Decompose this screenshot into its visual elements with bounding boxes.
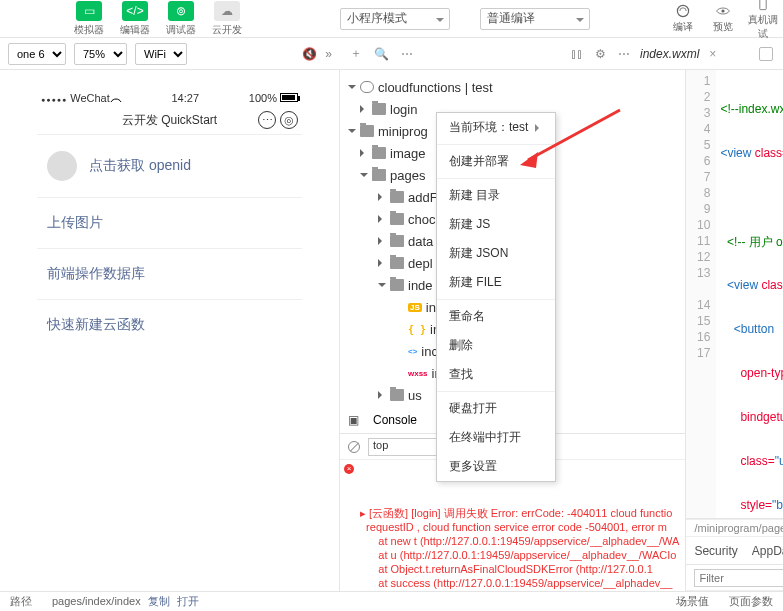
js-icon: JS bbox=[408, 303, 422, 312]
simulator-button[interactable]: ▭模拟器 bbox=[70, 1, 108, 37]
folder-icon bbox=[372, 103, 386, 115]
tab-appdata[interactable]: AppData bbox=[752, 544, 783, 558]
svg-point-1 bbox=[721, 9, 724, 12]
debugger-button[interactable]: ⊚调试器 bbox=[162, 1, 200, 37]
menu-reveal[interactable]: 硬盘打开 bbox=[437, 394, 555, 423]
json-icon: { } bbox=[408, 324, 426, 335]
page-params-label: 页面参数 bbox=[719, 594, 783, 609]
menu-more-settings[interactable]: 更多设置 bbox=[437, 452, 555, 481]
device-select[interactable]: one 6 bbox=[8, 43, 66, 65]
wxml-icon: <> bbox=[408, 347, 417, 356]
close-tab-icon[interactable]: × bbox=[709, 47, 716, 61]
status-bar: 路径 pages/index/index 复制 打开 场景值 页面参数 bbox=[0, 591, 783, 611]
new-file-icon[interactable]: ＋ bbox=[350, 45, 362, 62]
status-path: pages/index/index 复制 打开 bbox=[42, 594, 209, 609]
split-icon[interactable]: ⫿⫿ bbox=[571, 47, 583, 61]
inspect-icon[interactable]: ▣ bbox=[348, 413, 359, 427]
target-icon[interactable]: ◎ bbox=[280, 111, 298, 129]
svg-point-0 bbox=[677, 5, 688, 16]
more-tree-icon[interactable]: ⋯ bbox=[401, 47, 413, 61]
menu-new-file[interactable]: 新建 FILE bbox=[437, 268, 555, 297]
expand-icon[interactable]: » bbox=[325, 47, 332, 61]
editor-button[interactable]: </>编辑器 bbox=[116, 1, 154, 37]
settings-icon[interactable]: ⚙ bbox=[595, 47, 606, 61]
simulator-preview: WeChat 14:27 100% 云开发 QuickStart ⋯ ◎ 点击获… bbox=[0, 70, 340, 591]
compile-button[interactable]: 编译 bbox=[667, 3, 699, 34]
get-openid-card[interactable]: 点击获取 openid bbox=[37, 134, 302, 197]
console-filter-input[interactable] bbox=[694, 569, 783, 587]
battery-icon bbox=[280, 93, 298, 102]
clear-console-icon[interactable] bbox=[348, 441, 360, 453]
error-icon: × bbox=[344, 464, 354, 474]
network-select[interactable]: WiFi bbox=[135, 43, 187, 65]
menu-open-terminal[interactable]: 在终端中打开 bbox=[437, 423, 555, 452]
svg-rect-2 bbox=[760, 0, 766, 10]
open-path-link[interactable]: 打开 bbox=[177, 595, 199, 607]
cloud-dev-button[interactable]: ☁云开发 bbox=[208, 1, 246, 37]
create-cloud-func-card[interactable]: 快速新建云函数 bbox=[37, 299, 302, 350]
operate-db-card[interactable]: 前端操作数据库 bbox=[37, 248, 302, 299]
status-time: 14:27 bbox=[172, 92, 200, 104]
copy-path-link[interactable]: 复制 bbox=[148, 595, 170, 607]
tree-cloudfunctions[interactable]: cloudfunctions | test bbox=[340, 76, 685, 98]
menu-new-dir[interactable]: 新建 目录 bbox=[437, 181, 555, 210]
context-menu: 当前环境：test 创建并部署 新建 目录 新建 JS 新建 JSON 新建 F… bbox=[436, 112, 556, 482]
remote-debug-button[interactable]: 真机调试 bbox=[747, 0, 779, 41]
signal-icon bbox=[41, 92, 67, 104]
tab-security[interactable]: Security bbox=[694, 544, 737, 558]
cloud-icon bbox=[360, 81, 374, 93]
editor-layout-icon[interactable] bbox=[759, 47, 773, 61]
avatar-placeholder bbox=[47, 151, 77, 181]
compile-mode-dropdown[interactable]: 普通编译 bbox=[480, 8, 590, 30]
menu-current-env[interactable]: 当前环境：test bbox=[437, 113, 555, 142]
upload-image-card[interactable]: 上传图片 bbox=[37, 197, 302, 248]
app-mode-dropdown[interactable]: 小程序模式 bbox=[340, 8, 450, 30]
menu-create-deploy[interactable]: 创建并部署 bbox=[437, 147, 555, 176]
mute-icon[interactable]: 🔇 bbox=[302, 47, 317, 61]
more-editor-icon[interactable]: ⋯ bbox=[618, 47, 630, 61]
zoom-select[interactable]: 75% bbox=[74, 43, 127, 65]
menu-new-js[interactable]: 新建 JS bbox=[437, 210, 555, 239]
menu-rename[interactable]: 重命名 bbox=[437, 302, 555, 331]
menu-find[interactable]: 查找 bbox=[437, 360, 555, 389]
preview-button[interactable]: 预览 bbox=[707, 3, 739, 34]
search-icon[interactable]: 🔍 bbox=[374, 47, 389, 61]
tab-console[interactable]: Console bbox=[373, 413, 417, 427]
wxss-icon: wxss bbox=[408, 369, 428, 378]
devtools-tabs-right: Security AppData Audits Sensor bbox=[686, 537, 783, 565]
menu-new-json[interactable]: 新建 JSON bbox=[437, 239, 555, 268]
breadcrumb: /miniprogram/pages/index/ind bbox=[686, 519, 783, 537]
scene-value-label: 场景值 bbox=[666, 594, 719, 609]
page-title: 云开发 QuickStart bbox=[122, 112, 217, 129]
line-numbers: 1234567891011121314151617 bbox=[686, 70, 716, 518]
menu-icon[interactable]: ⋯ bbox=[258, 111, 276, 129]
menu-delete[interactable]: 删除 bbox=[437, 331, 555, 360]
editor-tab-index-wxml[interactable]: index.wxml bbox=[640, 47, 699, 61]
code-editor[interactable]: 1234567891011121314151617 <!--index.wxml… bbox=[686, 70, 783, 519]
